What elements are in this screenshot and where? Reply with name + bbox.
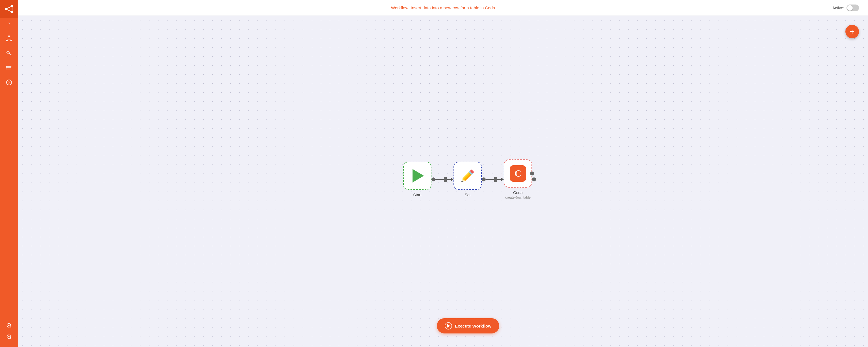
svg-rect-8	[10, 40, 12, 41]
svg-text:?: ?	[8, 81, 10, 84]
workflow-canvas[interactable]: + Start ✏️	[18, 16, 868, 347]
set-node-wrapper: ✏️ Set	[454, 162, 482, 197]
svg-line-4	[6, 9, 12, 12]
svg-point-21	[6, 69, 7, 69]
execute-workflow-label: Execute Workflow	[455, 323, 491, 328]
header-title: Workflow: Insert data into a new row for…	[391, 5, 495, 10]
logo[interactable]	[0, 0, 18, 18]
add-node-button[interactable]: +	[845, 25, 859, 38]
start-node[interactable]	[403, 162, 431, 190]
main-area: Workflow: Insert data into a new row for…	[18, 0, 868, 347]
coda-node-sublabel: createRow: table	[505, 196, 531, 200]
set-node[interactable]: ✏️	[454, 162, 482, 190]
active-label: Active:	[832, 6, 844, 10]
connector-1	[431, 177, 454, 182]
connector-line-1a	[435, 179, 444, 180]
svg-line-25	[10, 327, 11, 328]
connector-dot-1	[431, 177, 435, 181]
connector-rect-1	[444, 177, 447, 182]
coda-node[interactable]: C	[504, 160, 532, 187]
svg-rect-7	[6, 40, 8, 41]
sidebar-nav: ?	[0, 28, 18, 320]
sidebar-item-network[interactable]	[0, 31, 18, 46]
connector-arrow-1	[451, 177, 454, 181]
set-node-label: Set	[465, 193, 470, 197]
coda-end-connector	[532, 177, 536, 181]
toggle-knob	[847, 5, 853, 11]
zoom-out-button[interactable]	[0, 331, 18, 343]
svg-point-20	[6, 67, 7, 68]
execute-play-triangle-icon	[447, 324, 450, 327]
sidebar-item-list[interactable]	[0, 60, 18, 75]
header: Workflow: Insert data into a new row for…	[18, 0, 868, 16]
coda-node-wrapper: C Coda createRow: table	[504, 160, 532, 200]
connector-line-2a	[486, 179, 494, 180]
start-node-label: Start	[413, 193, 422, 197]
workflow-container: Start ✏️ Set	[403, 160, 536, 200]
coda-output-dot	[530, 172, 534, 175]
play-icon	[412, 169, 424, 182]
sidebar-bottom	[0, 320, 18, 347]
connector-dot-2	[482, 177, 486, 181]
connector-arrow-2	[501, 177, 504, 181]
coda-icon-box: C	[510, 165, 526, 182]
coda-letter-icon: C	[515, 169, 522, 178]
execute-play-circle	[445, 322, 452, 329]
pencil-icon: ✏️	[461, 169, 475, 182]
workflow-title: Insert data into a new row for a table i…	[411, 5, 495, 10]
svg-rect-6	[8, 36, 10, 37]
start-node-wrapper: Start	[403, 162, 431, 197]
execute-workflow-button[interactable]: Execute Workflow	[437, 318, 499, 334]
active-toggle[interactable]	[846, 4, 859, 11]
connector-line-2b	[497, 179, 501, 180]
svg-line-29	[10, 338, 11, 339]
coda-node-label: Coda	[513, 190, 522, 195]
connector-line-1b	[447, 179, 451, 180]
svg-line-3	[6, 6, 12, 9]
connector-rect-2	[494, 177, 497, 182]
sidebar-collapse-button[interactable]: ›	[0, 18, 18, 28]
coda-end-dot	[532, 177, 536, 181]
sidebar: ›	[0, 0, 18, 347]
connector-2	[482, 177, 504, 182]
svg-point-19	[6, 66, 7, 67]
header-active-toggle: Active:	[832, 4, 859, 11]
sidebar-item-key[interactable]	[0, 46, 18, 60]
sidebar-item-help[interactable]: ?	[0, 75, 18, 90]
zoom-in-button[interactable]	[0, 320, 18, 331]
workflow-label-prefix: Workflow:	[391, 5, 410, 10]
fab-plus-icon: +	[850, 28, 855, 36]
